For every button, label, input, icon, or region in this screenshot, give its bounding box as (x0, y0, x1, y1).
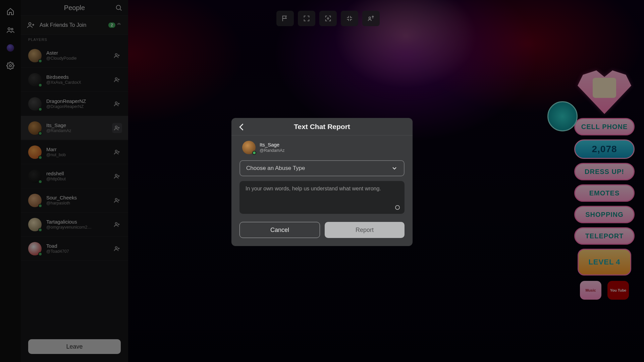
fullscreen-exit-icon[interactable] (341, 11, 358, 26)
player-row[interactable]: Aster @CloudyPoodle (21, 44, 128, 68)
avatar-icon[interactable] (7, 44, 14, 52)
shopping-button[interactable]: SHOPPING (574, 206, 635, 223)
players-list: Aster @CloudyPoodle Birdseeds @XxAva_Car… (21, 44, 128, 333)
level-badge[interactable]: LEVEL 4 (578, 249, 631, 276)
svg-point-7 (115, 102, 117, 104)
emotes-button[interactable]: EMOTES (574, 184, 635, 202)
youtube-button[interactable]: You Tube (607, 281, 629, 300)
player-row[interactable]: Its_Sage @RandamAz (21, 116, 128, 140)
svg-point-0 (8, 28, 10, 30)
svg-point-10 (115, 174, 117, 176)
ask-friends-badge: 2 (108, 22, 122, 28)
add-friend-icon[interactable] (112, 220, 122, 230)
cell-phone-button[interactable]: CELL PHONE (574, 118, 635, 135)
add-friend-icon[interactable] (112, 244, 122, 254)
player-row[interactable]: Birdseeds @XxAva_CardoxX (21, 68, 128, 92)
player-row[interactable]: Sour_Cheeks @harpasloth (21, 188, 128, 213)
svg-point-13 (115, 246, 117, 248)
flag-icon[interactable] (276, 11, 294, 26)
modal-user-display: Its_Sage (260, 142, 402, 147)
players-heading: PLAYERS (21, 35, 128, 44)
people-panel: People Ask Friends To Join 2 PLAYERS Ast… (21, 0, 128, 362)
fullscreen-enter-icon[interactable] (298, 11, 315, 26)
player-username: @nut_bob (46, 152, 107, 158)
record-indicator-icon (395, 205, 400, 210)
avatar (28, 194, 42, 207)
abuse-text-placeholder: In your own words, help us understand wh… (246, 186, 381, 191)
left-nav-rail (0, 0, 21, 362)
home-icon[interactable] (6, 7, 15, 16)
player-username: @http0but (46, 176, 107, 182)
teleport-button[interactable]: TELEPORT (574, 227, 635, 245)
svg-point-14 (327, 18, 329, 19)
svg-point-6 (115, 77, 117, 79)
svg-point-4 (29, 23, 31, 25)
svg-point-3 (116, 5, 121, 10)
people-header: People (21, 0, 128, 15)
abuse-type-select[interactable]: Choose an Abuse Type (239, 160, 405, 176)
player-row[interactable]: Toad @Toad4707 (21, 237, 128, 261)
dress-up-button[interactable]: DRESS UP! (574, 163, 635, 180)
svg-point-15 (369, 17, 371, 19)
add-friend-icon[interactable] (112, 171, 122, 181)
svg-point-9 (115, 150, 117, 152)
player-display-name: Tartagalicious (46, 219, 107, 225)
svg-point-12 (115, 222, 117, 224)
back-icon[interactable] (237, 122, 247, 132)
add-friend-icon[interactable] (112, 123, 122, 133)
player-display-name: Its_Sage (46, 122, 107, 128)
player-username: @XxAva_CardoxX (46, 80, 107, 85)
player-display-name: Birdseeds (46, 74, 107, 80)
avatar (242, 141, 256, 154)
svg-point-11 (115, 198, 117, 200)
avatar (28, 121, 42, 135)
people-title: People (64, 4, 85, 12)
avatar (28, 49, 42, 62)
car-badge[interactable] (547, 101, 578, 131)
ask-friends-label: Ask Friends To Join (40, 22, 104, 28)
cancel-button[interactable]: Cancel (239, 222, 320, 238)
add-friend-icon[interactable] (112, 99, 122, 109)
player-display-name: DragonReaperNZ (46, 98, 107, 104)
respawn-icon[interactable] (362, 11, 380, 26)
abuse-select-placeholder: Choose an Abuse Type (246, 165, 305, 172)
player-username: @RandamAz (46, 128, 107, 133)
player-username: @harpasloth (46, 200, 107, 206)
avatar (28, 218, 42, 231)
currency-counter[interactable]: 2,078 (574, 139, 635, 159)
music-button[interactable]: Music (580, 281, 601, 300)
player-row[interactable]: redshell @http0but (21, 164, 128, 188)
add-friend-icon[interactable] (112, 75, 122, 85)
avatar (28, 73, 42, 86)
leave-button[interactable]: Leave (28, 339, 121, 354)
level-label: LEVEL (588, 258, 614, 266)
text-chat-report-modal: Text Chat Report Its_Sage @RandamAz Choo… (231, 118, 413, 246)
add-friend-icon[interactable] (112, 147, 122, 157)
player-display-name: Toad (46, 243, 107, 249)
player-display-name: redshell (46, 171, 107, 176)
settings-icon[interactable] (6, 61, 15, 70)
add-friend-icon[interactable] (112, 51, 122, 61)
report-button[interactable]: Report (325, 222, 405, 238)
player-row[interactable]: DragonReaperNZ @DragonReaperNZ (21, 92, 128, 116)
player-username: @CloudyPoodle (46, 56, 107, 61)
modal-header: Text Chat Report (231, 118, 413, 135)
add-friend-icon[interactable] (112, 195, 122, 205)
abuse-description-input[interactable]: In your own words, help us understand wh… (239, 181, 405, 214)
player-display-name: Marr (46, 146, 107, 152)
player-username: @omgrayvenunicorn2… (46, 225, 107, 230)
add-friend-icon (27, 21, 35, 29)
avatar (28, 170, 42, 183)
player-username: @DragonReaperNZ (46, 104, 107, 109)
svg-point-1 (11, 28, 13, 30)
people-icon[interactable] (6, 25, 15, 35)
ask-friends-count: 2 (108, 22, 115, 28)
player-row[interactable]: Tartagalicious @omgrayvenunicorn2… (21, 213, 128, 237)
player-row[interactable]: Marr @nut_bob (21, 140, 128, 164)
fullscreen-frame-icon[interactable] (319, 11, 337, 26)
ask-friends-row[interactable]: Ask Friends To Join 2 (21, 15, 128, 35)
avatar (28, 242, 42, 255)
modal-user-name: @RandamAz (260, 148, 402, 153)
search-icon[interactable] (114, 3, 123, 12)
modal-title: Text Chat Report (294, 123, 350, 131)
